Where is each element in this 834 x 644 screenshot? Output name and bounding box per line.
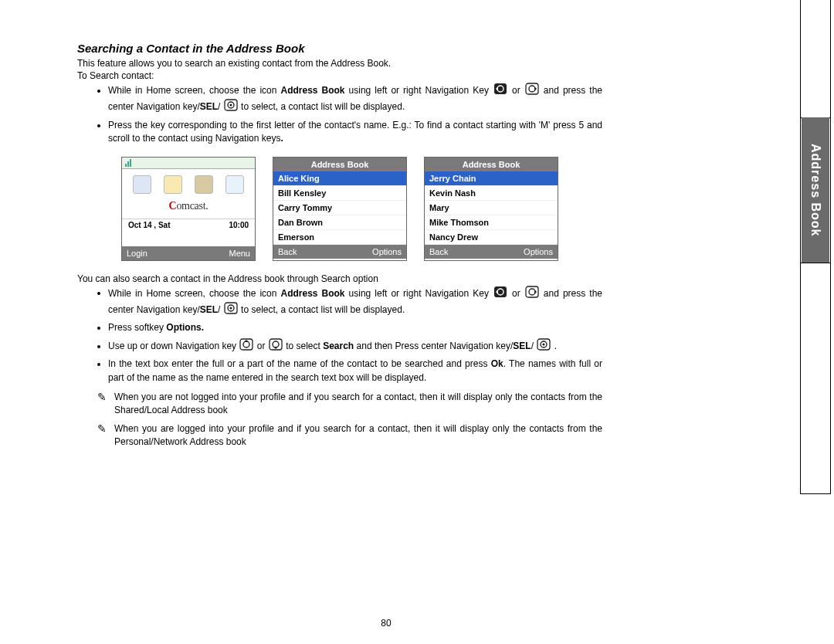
instruction-list-2: While in Home screen, choose the icon Ad…	[77, 286, 602, 385]
pencil-icon: ✎	[97, 423, 114, 436]
svg-marker-26	[273, 347, 278, 349]
svg-point-25	[273, 341, 279, 347]
svg-marker-5	[534, 86, 537, 91]
nav-center-icon	[224, 99, 238, 115]
bullet-5: Use up or down Navigation key or to sele…	[108, 338, 602, 354]
signal-icon	[125, 159, 133, 167]
screenshot-list-1: Address Book Alice King Bill Kensley Car…	[273, 157, 407, 261]
brand-logo: Comcast.	[122, 200, 255, 212]
bullet-6: In the text box enter the full or a part…	[108, 358, 602, 385]
page-number: 80	[0, 618, 772, 629]
svg-point-20	[229, 307, 232, 309]
bullet-2: Press the key corresponding to the first…	[108, 119, 602, 146]
home-date: Oct 14 , Sat	[128, 221, 170, 229]
softkey-left: Login	[127, 249, 147, 258]
nav-center-icon	[224, 302, 238, 318]
mid-paragraph: You can also search a contact in the Add…	[77, 273, 602, 284]
list-item: Dan Brown	[273, 215, 406, 230]
list-item: Carry Tommy	[273, 201, 406, 215]
list-item: Emerson	[273, 230, 406, 245]
nav-up-icon	[239, 338, 253, 354]
home-app-icon	[195, 175, 213, 194]
softkey-right: Options	[524, 247, 553, 256]
home-app-icon	[225, 175, 244, 194]
bullet-3: While in Home screen, choose the icon Ad…	[108, 286, 602, 319]
svg-point-4	[529, 86, 535, 92]
intro-line-1: This feature allows you to search an exi…	[77, 58, 602, 69]
page-heading: Searching a Contact in the Address Book	[77, 42, 602, 55]
nav-left-icon	[493, 83, 507, 99]
svg-marker-23	[244, 340, 249, 342]
nav-center-icon	[537, 338, 551, 354]
svg-point-8	[229, 104, 232, 107]
home-app-icon	[133, 175, 151, 194]
softkey-right: Menu	[229, 249, 250, 258]
bullet-1: While in Home screen, choose the icon Ad…	[108, 83, 602, 116]
note-1: ✎ When you are not logged into your prof…	[97, 391, 602, 418]
nav-down-icon	[269, 338, 283, 354]
list-item: Mary	[425, 201, 558, 215]
home-app-icon	[164, 175, 182, 194]
list-item: Nancy Drew	[425, 230, 558, 245]
note-2: ✎ When you are logged into your profile …	[97, 422, 602, 449]
list-item: Mike Thomson	[425, 215, 558, 230]
svg-point-22	[243, 341, 249, 347]
screenshot-home: Comcast. Oct 14 , Sat 10:00 Login Menu	[121, 157, 256, 261]
softkey-right: Options	[372, 247, 402, 256]
svg-point-16	[529, 289, 535, 295]
contact-list: Jerry Chain Kevin Nash Mary Mike Thomson…	[425, 171, 558, 245]
screen-title: Address Book	[425, 158, 558, 171]
nav-left-icon	[493, 286, 507, 302]
list-item: Kevin Nash	[425, 186, 558, 201]
status-bar	[122, 158, 255, 169]
page-content: Searching a Contact in the Address Book …	[0, 0, 672, 449]
list-item: Jerry Chain	[425, 171, 558, 186]
pencil-icon: ✎	[97, 391, 114, 405]
contact-list: Alice King Bill Kensley Carry Tommy Dan …	[273, 171, 406, 245]
svg-rect-11	[130, 159, 131, 167]
instruction-list-1: While in Home screen, choose the icon Ad…	[77, 83, 602, 146]
side-tab: Address Book	[800, 0, 831, 494]
svg-point-29	[543, 343, 545, 345]
home-time: 10:00	[229, 221, 249, 229]
softkey-left: Back	[429, 247, 448, 256]
softkey-left: Back	[278, 247, 297, 256]
nav-right-icon	[525, 286, 539, 302]
svg-rect-10	[127, 161, 129, 167]
side-tab-label: Address Book	[802, 117, 829, 263]
svg-rect-9	[125, 164, 127, 167]
nav-right-icon	[525, 83, 539, 99]
screen-title: Address Book	[273, 158, 406, 171]
list-item: Bill Kensley	[273, 186, 406, 201]
svg-marker-17	[534, 290, 537, 294]
bullet-4: Press softkey Options.	[108, 321, 602, 334]
screenshot-row: Comcast. Oct 14 , Sat 10:00 Login Menu A…	[77, 157, 602, 261]
screenshot-list-2: Address Book Jerry Chain Kevin Nash Mary…	[424, 157, 558, 261]
list-item: Alice King	[273, 171, 406, 186]
intro-line-2: To Search contact:	[77, 70, 602, 81]
